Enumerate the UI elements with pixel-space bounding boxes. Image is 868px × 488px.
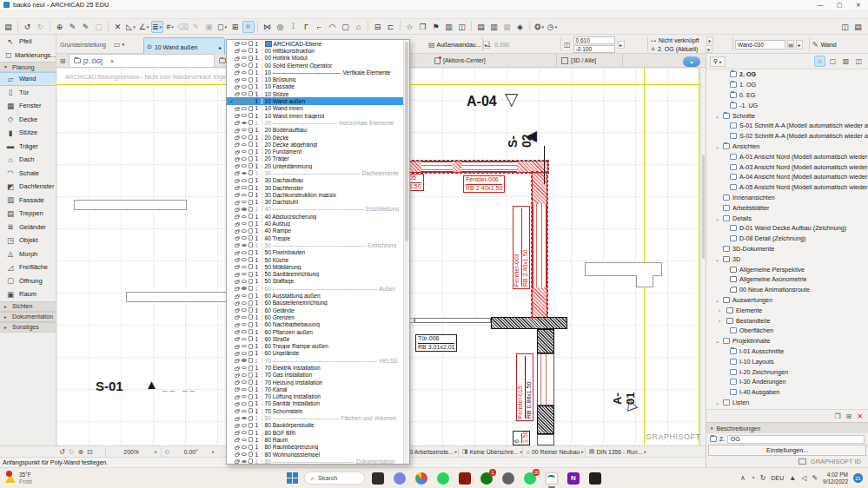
intersection-group-icon[interactable] xyxy=(248,214,253,219)
lock-icon[interactable] xyxy=(235,237,239,241)
20 ---------------------------------- Horizontale Elemente[interactable]: 1 20 ---------------------------------- … xyxy=(227,119,403,126)
close-button[interactable]: ✕ xyxy=(849,2,868,9)
eye-icon[interactable] xyxy=(242,107,247,110)
lock-icon[interactable] xyxy=(235,244,239,247)
chrome[interactable] xyxy=(414,472,428,485)
intersection-group-icon[interactable] xyxy=(248,264,253,269)
lock-icon[interactable] xyxy=(235,425,239,428)
pages[interactable]: ▤ xyxy=(475,21,487,33)
20 Decke[interactable]: 1 20 Decke xyxy=(227,134,403,141)
intersection-group-icon[interactable] xyxy=(248,91,253,96)
lock-icon[interactable] xyxy=(235,215,239,219)
eraser[interactable]: ⌫ xyxy=(177,21,189,33)
eye-icon[interactable] xyxy=(242,122,247,125)
intersection-group-icon[interactable] xyxy=(248,358,253,363)
intersection-group-icon[interactable] xyxy=(248,242,253,247)
intersection-number[interactable]: 1 xyxy=(255,199,260,205)
intersection-number[interactable]: 1 xyxy=(255,127,260,133)
eye-icon[interactable] xyxy=(242,56,247,60)
lock-icon[interactable] xyxy=(235,359,239,363)
graphisoft-id-footer[interactable]: GRAPHISOFT ID xyxy=(706,456,868,467)
eye-icon[interactable] xyxy=(242,157,247,161)
archicad[interactable] xyxy=(545,472,559,485)
parapet-outline[interactable] xyxy=(74,200,187,210)
60 Ausstattung außen[interactable]: 1 60 Ausstattung außen xyxy=(227,292,403,299)
search-box[interactable]: ⌕ Search xyxy=(304,472,365,485)
eye-icon[interactable] xyxy=(242,301,247,305)
eye-icon[interactable] xyxy=(242,164,247,168)
window-opening[interactable] xyxy=(461,162,517,172)
20 Bodenaufbau[interactable]: 1 20 Bodenaufbau xyxy=(227,127,403,134)
eye-icon[interactable] xyxy=(242,150,247,154)
project-chooser-button[interactable]: ⚲ ▸ xyxy=(710,56,726,67)
60 Baustelleneinrichtung[interactable]: 1 60 Baustelleneinrichtung xyxy=(227,300,403,307)
orientation[interactable]: ◇0.00°▸ xyxy=(161,447,218,457)
20 Fundament[interactable]: 1 20 Fundament xyxy=(227,148,403,155)
toolbox-section-planung[interactable]: ▾ Planung xyxy=(0,62,56,72)
selection-handle[interactable] xyxy=(531,316,533,319)
eye-icon[interactable] xyxy=(242,129,247,132)
help-panel-icon[interactable]: ⊞ xyxy=(846,412,852,420)
10 ------------------------------------ Vertikale Elemente[interactable]: 1 10 -----------------------------------… xyxy=(227,69,403,76)
tag[interactable]: ◈ xyxy=(514,21,527,33)
intersection-number[interactable]: 1 xyxy=(255,98,260,104)
elevation-marker-a01[interactable]: A-01 xyxy=(635,361,653,405)
window-label-fenster-015[interactable]: Fenster-015RB 0.88x1.50 xyxy=(533,352,554,421)
eye-icon[interactable] xyxy=(242,251,247,254)
eye-icon[interactable] xyxy=(242,49,247,53)
tool-door[interactable]: ▯ Tür xyxy=(0,86,56,100)
lock-icon[interactable] xyxy=(235,367,239,371)
element-id-field[interactable]: Wand-030 xyxy=(735,40,785,49)
flyout-arrow-icon[interactable]: ▸ xyxy=(706,45,712,53)
intersection-group-icon[interactable] xyxy=(248,314,253,320)
lock-icon[interactable] xyxy=(235,446,239,450)
clock[interactable]: 4:02 PM9/12/2022 xyxy=(823,472,848,485)
lock-icon[interactable] xyxy=(235,93,239,96)
nav-item[interactable]: I-01 Ausschnitte xyxy=(706,346,868,357)
lock-icon[interactable] xyxy=(235,432,239,435)
intersection-number[interactable]: 1 xyxy=(255,91,260,97)
tool-roof[interactable]: ⌂ Dach xyxy=(0,153,56,167)
intersection-group-icon[interactable] xyxy=(248,156,253,162)
intersection-number[interactable]: 1 xyxy=(255,307,260,313)
intersection-group-icon[interactable] xyxy=(248,178,253,183)
intersection-group-icon[interactable] xyxy=(248,142,253,147)
intersection-number[interactable]: 1 xyxy=(255,458,260,465)
layout-book-icon[interactable]: ▥ xyxy=(840,56,851,67)
guide-lines[interactable]: ◺ xyxy=(125,21,137,33)
lock-icon[interactable] xyxy=(235,331,239,334)
books[interactable]: ▥ xyxy=(488,21,500,33)
intersection-number[interactable]: 1 xyxy=(255,329,260,335)
bottom-offset-field[interactable]: -0.100 xyxy=(573,45,615,53)
zoom-in-icon[interactable]: ⊕ xyxy=(77,448,83,456)
marquee[interactable]: ▢ xyxy=(93,21,105,33)
expander-icon[interactable]: › xyxy=(719,307,724,313)
lock-icon[interactable] xyxy=(235,136,239,140)
lock-icon[interactable] xyxy=(235,122,239,125)
lock-icon[interactable] xyxy=(235,324,239,327)
eye-icon[interactable] xyxy=(242,417,247,420)
lock-icon[interactable] xyxy=(235,151,239,155)
eye-icon[interactable] xyxy=(242,316,247,320)
lock-icon[interactable] xyxy=(235,49,239,53)
30 Dachkonstruktion massiv[interactable]: 1 30 Dachkonstruktion massiv xyxy=(227,191,403,198)
intersection-group-icon[interactable] xyxy=(248,135,253,140)
lock-icon[interactable] xyxy=(235,316,239,320)
box-tool[interactable]: ▢ xyxy=(340,21,352,33)
section-marker-s01[interactable]: S-01 xyxy=(96,379,123,393)
dimension-standard-selector[interactable]: ▤DIN 1356 - Run...▸ xyxy=(585,447,646,457)
eye-icon[interactable] xyxy=(242,143,247,147)
lock-icon[interactable] xyxy=(235,101,239,104)
popup-scrollbar[interactable] xyxy=(403,40,409,464)
arc-tool[interactable]: ◠ xyxy=(327,21,339,33)
graphic-override-selector[interactable]: ◨Keine Überschre...▸ xyxy=(458,447,522,457)
intersection-number[interactable]: 1 xyxy=(255,135,260,141)
weather-widget[interactable]: 35°F Frost xyxy=(0,472,78,485)
volume-icon[interactable]: ◁ xyxy=(801,474,806,482)
top-offset-field[interactable]: 0.610 xyxy=(573,36,615,44)
selection-handle[interactable] xyxy=(546,171,548,174)
intersection-group-icon[interactable] xyxy=(248,48,253,53)
intersection-group-icon[interactable] xyxy=(248,437,253,442)
intersection-number[interactable]: 1 xyxy=(255,105,260,111)
intersection-group-icon[interactable] xyxy=(248,344,253,349)
